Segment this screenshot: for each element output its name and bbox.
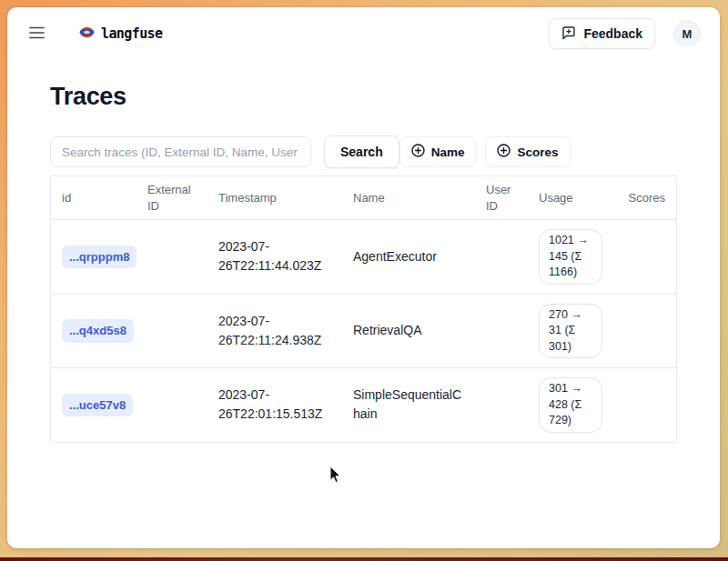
column-header-name[interactable]: Name <box>342 176 475 219</box>
avatar[interactable]: M <box>674 21 700 46</box>
brand-name: langfuse <box>101 25 162 42</box>
usage-badge: 1021 → 145 (Σ 1166) <box>539 229 602 285</box>
trace-id-link[interactable]: ...qrpppm8 <box>62 245 136 269</box>
cell-usage: 301 → 428 (Σ 729) <box>528 368 613 442</box>
cell-external-id <box>136 295 207 368</box>
column-header-usage[interactable]: Usage <box>528 176 613 219</box>
usage-badge: 270 → 31 (Σ 301) <box>539 304 602 359</box>
cell-scores <box>613 368 676 442</box>
frame-bottom-strip <box>0 557 728 561</box>
cell-id: ...qrpppm8 <box>51 220 136 294</box>
cell-user-id <box>475 368 528 442</box>
main-content: Traces Search Name <box>7 83 720 443</box>
top-bar: langfuse Feedback M <box>7 7 720 60</box>
column-header-user-id[interactable]: User ID <box>475 176 528 219</box>
table-row[interactable]: ...qrpppm8 2023-07-26T22:11:44.023Z Agen… <box>51 219 676 294</box>
table-header-row: id External ID Timestamp Name User ID Us… <box>51 176 676 219</box>
brand[interactable]: langfuse <box>79 25 162 43</box>
filter-scores-label: Scores <box>517 145 558 159</box>
cell-id: ...q4xd5s8 <box>51 295 136 368</box>
cell-usage: 1021 → 145 (Σ 1166) <box>528 220 613 294</box>
column-header-id[interactable]: id <box>51 176 136 219</box>
cell-external-id <box>136 220 207 294</box>
message-square-plus-icon <box>561 25 576 43</box>
cell-usage: 270 → 31 (Σ 301) <box>528 295 613 368</box>
cell-scores <box>613 220 676 294</box>
langfuse-logo-icon <box>79 25 95 43</box>
plus-circle-icon <box>411 144 425 160</box>
cell-timestamp: 2023-07-26T22:11:44.023Z <box>207 220 342 294</box>
cell-name: SimpleSequentialChain <box>342 368 475 442</box>
table-row[interactable]: ...q4xd5s8 2023-07-26T22:11:24.938Z Retr… <box>51 294 676 368</box>
cell-user-id <box>475 220 528 294</box>
cell-external-id <box>136 368 207 442</box>
feedback-label: Feedback <box>583 26 642 41</box>
cell-scores <box>613 295 676 368</box>
plus-circle-icon <box>497 144 511 160</box>
cell-id: ...uce57v8 <box>51 368 136 442</box>
controls-row: Search Name Scores <box>50 135 677 168</box>
cell-name: AgentExecutor <box>342 220 475 294</box>
cell-name: RetrievalQA <box>342 295 475 368</box>
feedback-button[interactable]: Feedback <box>549 18 655 49</box>
filter-name-label: Name <box>431 145 465 159</box>
search-button[interactable]: Search <box>324 135 399 168</box>
trace-id-link[interactable]: ...q4xd5s8 <box>62 319 134 343</box>
traces-table: id External ID Timestamp Name User ID Us… <box>50 175 677 443</box>
menu-button[interactable] <box>27 25 46 44</box>
table-row[interactable]: ...uce57v8 2023-07-26T22:01:15.513Z Simp… <box>51 367 676 442</box>
column-header-scores[interactable]: Scores <box>613 176 676 219</box>
column-header-external-id[interactable]: External ID <box>136 176 207 219</box>
page-title: Traces <box>50 83 677 111</box>
cell-timestamp: 2023-07-26T22:01:15.513Z <box>207 368 342 442</box>
usage-badge: 301 → 428 (Σ 729) <box>539 377 602 433</box>
filter-name-button[interactable]: Name <box>399 136 477 167</box>
search-input[interactable] <box>50 136 311 167</box>
column-header-timestamp[interactable]: Timestamp <box>207 176 342 219</box>
app-window: langfuse Feedback M Traces Search <box>7 7 720 548</box>
avatar-initial: M <box>682 27 693 41</box>
cell-user-id <box>475 295 528 368</box>
filter-scores-button[interactable]: Scores <box>485 136 570 167</box>
cell-timestamp: 2023-07-26T22:11:24.938Z <box>207 295 342 368</box>
hamburger-icon <box>29 26 45 42</box>
trace-id-link[interactable]: ...uce57v8 <box>62 394 133 417</box>
